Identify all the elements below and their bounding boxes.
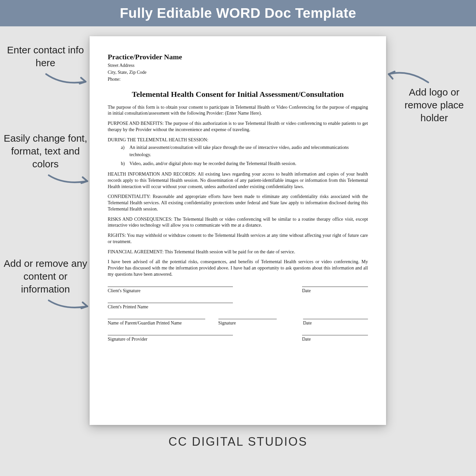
header-title: Fully Editable WORD Doc Template xyxy=(120,5,356,21)
signature-line xyxy=(108,335,233,335)
client-signature-cell: Client's Signature xyxy=(108,287,233,294)
signature-line xyxy=(108,303,233,303)
purpose-paragraph: PURPOSE AND BENEFITS: The purpose of thi… xyxy=(108,120,368,132)
signature-row: Name of Parent/Guardian Printed Name Sig… xyxy=(108,319,368,326)
signature-line xyxy=(303,319,368,319)
signature-row: Client's Signature Date xyxy=(108,287,368,294)
client-printed-cell: Client's Printed Name xyxy=(108,303,233,310)
provider-name: Practice/Provider Name xyxy=(108,53,368,61)
list-text: Video, audio, and/or digital photo may b… xyxy=(129,160,296,167)
signature-label: Client's Printed Name xyxy=(108,304,233,310)
list-item: b) Video, audio, and/or digital photo ma… xyxy=(121,160,368,167)
signature-line xyxy=(108,319,205,319)
list-marker: b) xyxy=(121,160,129,167)
city-state-zip: City, State, Zip Code xyxy=(108,70,368,76)
signature-line xyxy=(302,335,368,335)
rights-paragraph: RIGHTS: You may withhold or withdraw con… xyxy=(108,232,368,244)
callout-contact-info: Enter contact info here xyxy=(6,43,85,69)
signature-line xyxy=(108,287,233,287)
signature-label: Date xyxy=(303,321,368,326)
header-bar: Fully Editable WORD Doc Template xyxy=(0,0,476,26)
parent-signature-cell: Signature xyxy=(218,319,277,326)
health-info-paragraph: HEALTH INFORMATION AND RECORDS: All exis… xyxy=(108,171,368,189)
signature-line xyxy=(218,319,277,319)
document-title: Telemental Health Consent for Initial As… xyxy=(108,90,368,99)
acknowledgement-paragraph: I have been advised of all the potential… xyxy=(108,259,368,277)
date-cell: Date xyxy=(302,335,368,342)
footer-brand: CC DIGITAL STUDIOS xyxy=(0,435,476,449)
intro-paragraph: The purpose of this form is to obtain yo… xyxy=(108,104,368,116)
signature-line xyxy=(302,287,368,287)
signature-label: Signature of Provider xyxy=(108,337,233,342)
arrow-icon xyxy=(46,171,92,188)
list-item: a) An initial assessment/consultation wi… xyxy=(121,144,368,158)
parent-printed-cell: Name of Parent/Guardian Printed Name xyxy=(108,319,205,326)
arrow-icon xyxy=(385,64,432,87)
financial-paragraph: FINANCIAL AGREEMENT: This Telemental Hea… xyxy=(108,249,368,255)
content-area: Enter contact info here Easily change fo… xyxy=(0,26,476,455)
callout-add-remove: Add or remove any content or information xyxy=(3,257,88,295)
phone: Phone: xyxy=(108,76,368,83)
signature-block: Client's Signature Date Client's Printed… xyxy=(108,287,368,342)
signature-row: Signature of Provider Date xyxy=(108,335,368,342)
list-marker: a) xyxy=(121,144,129,158)
document-preview: Practice/Provider Name Street Address Ci… xyxy=(90,36,386,425)
list-text: An initial assessment/consultation will … xyxy=(129,144,368,158)
confidentiality-paragraph: CONFIDENTIALITY: Reasonable and appropri… xyxy=(108,193,368,212)
date-cell: Date xyxy=(302,287,368,294)
during-list: a) An initial assessment/consultation wi… xyxy=(121,144,368,167)
provider-signature-cell: Signature of Provider xyxy=(108,335,233,342)
signature-label: Date xyxy=(302,288,368,294)
date-cell: Date xyxy=(303,319,368,326)
signature-label: Date xyxy=(302,337,368,342)
callout-change-format: Easily change font, format, text and col… xyxy=(3,132,88,170)
arrow-icon xyxy=(43,69,92,89)
street-address: Street Address xyxy=(108,63,368,69)
signature-label: Name of Parent/Guardian Printed Name xyxy=(108,321,205,326)
arrow-icon xyxy=(46,296,92,313)
signature-row: Client's Printed Name xyxy=(108,303,368,310)
risks-paragraph: RISKS AND CONSEQUENCES: The Telemental H… xyxy=(108,216,368,228)
during-heading: DURING THE TELEMENTAL HEALTH SESSION: xyxy=(108,137,368,143)
signature-label: Client's Signature xyxy=(108,288,233,294)
callout-add-logo: Add logo or remove place holder xyxy=(396,86,472,124)
signature-label: Signature xyxy=(218,321,277,326)
